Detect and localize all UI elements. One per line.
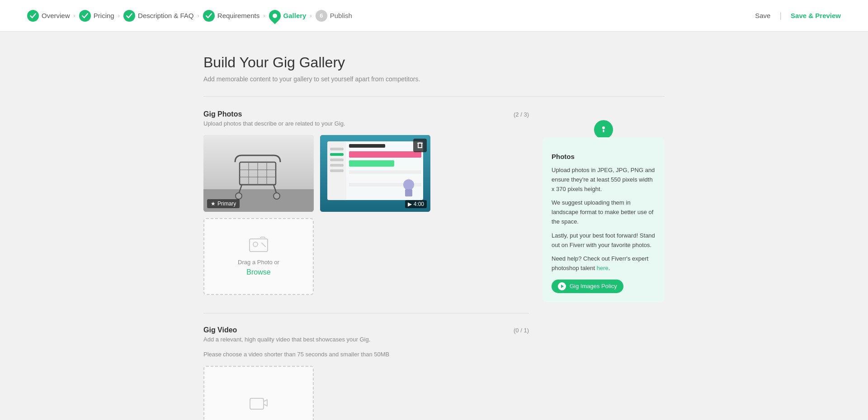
drop-zone-icon — [249, 237, 268, 256]
step-requirements-icon — [203, 10, 215, 22]
svg-rect-20 — [330, 169, 344, 172]
svg-rect-16 — [330, 148, 344, 150]
step-requirements-label: Requirements — [217, 12, 259, 19]
nav-divider: | — [779, 11, 782, 20]
step-gallery-icon — [266, 7, 283, 24]
policy-label: Gig Images Policy — [570, 283, 617, 289]
step-pricing[interactable]: Pricing — [79, 10, 114, 22]
star-icon: ★ — [211, 201, 216, 207]
step-pricing-label: Pricing — [94, 12, 114, 19]
step-publish[interactable]: 6 Publish — [316, 10, 352, 22]
page-subtitle: Add memorable content to your gallery to… — [203, 75, 665, 83]
step-overview-icon — [27, 10, 39, 22]
video-duration-text: 4:00 — [414, 201, 424, 207]
gig-photos-desc: Upload photos that describe or are relat… — [203, 120, 529, 127]
svg-rect-37 — [603, 130, 604, 132]
video-duration-badge: ▶ 4:00 — [405, 200, 427, 208]
primary-badge: ★ Primary — [207, 199, 240, 208]
gig-images-policy-button[interactable]: Gig Images Policy — [552, 280, 623, 293]
step-description[interactable]: Description & FAQ — [123, 10, 193, 22]
tip-box: Photos Upload photos in JPEG, JPG, PNG a… — [542, 137, 665, 302]
tip-p2: We suggest uploading them in landscape f… — [552, 198, 656, 226]
step-publish-icon: 6 — [316, 10, 327, 22]
tip-p4-after: . — [609, 265, 610, 271]
section-divider-video — [203, 313, 529, 313]
step-description-icon — [123, 10, 135, 22]
video-upload-grid — [203, 366, 529, 420]
step-gallery-label: Gallery — [283, 12, 307, 19]
photo-drop-zone[interactable]: Drag a Photo or Browse — [203, 218, 314, 295]
arrow-5: › — [310, 12, 311, 19]
tip-here-link[interactable]: here — [597, 265, 609, 271]
gig-photos-count: (2 / 3) — [514, 111, 529, 118]
video-drop-zone[interactable] — [203, 366, 314, 420]
tip-icon-circle — [594, 120, 613, 139]
svg-rect-32 — [250, 239, 268, 252]
video-drop-icon — [250, 395, 268, 414]
drop-zone-text: Drag a Photo or — [238, 259, 279, 266]
save-preview-button[interactable]: Save & Preview — [791, 12, 841, 19]
browse-link[interactable]: Browse — [246, 268, 270, 276]
content-column: Gig Photos (2 / 3) Upload photos that de… — [203, 110, 529, 420]
svg-point-36 — [602, 126, 605, 129]
gig-photos-title: Gig Photos — [203, 110, 242, 118]
layout: Gig Photos (2 / 3) Upload photos that de… — [203, 110, 665, 420]
gig-video-header: Gig Video (0 / 1) — [203, 326, 529, 334]
svg-rect-35 — [250, 398, 264, 409]
photo-item-1[interactable]: ★ Primary — [203, 135, 314, 212]
svg-rect-28 — [405, 189, 412, 196]
gig-video-desc: Add a relevant, high quality video that … — [203, 336, 529, 343]
step-pricing-icon — [79, 10, 91, 22]
svg-rect-21 — [349, 144, 385, 148]
svg-rect-18 — [330, 159, 344, 161]
gig-video-count: (0 / 1) — [514, 327, 529, 334]
sidebar-column: Photos Upload photos in JPEG, JPG, PNG a… — [542, 110, 665, 420]
tip-p4: Need help? Check out Fiverr's expert pho… — [552, 254, 656, 273]
svg-rect-17 — [330, 153, 344, 156]
arrow-1: › — [74, 12, 75, 19]
svg-point-7 — [274, 193, 280, 199]
save-button[interactable]: Save — [755, 12, 770, 19]
tip-p3: Lastly, put your best foot forward! Stan… — [552, 231, 656, 250]
svg-point-33 — [253, 242, 258, 247]
svg-point-6 — [236, 193, 242, 199]
primary-label: Primary — [217, 201, 236, 207]
svg-rect-22 — [349, 151, 421, 158]
step-overview-label: Overview — [42, 12, 70, 19]
tip-box-title: Photos — [552, 153, 656, 160]
policy-play-icon — [558, 282, 566, 290]
arrow-4: › — [263, 12, 265, 19]
main-content: Build Your Gig Gallery Add memorable con… — [185, 32, 683, 420]
step-requirements[interactable]: Requirements — [203, 10, 259, 22]
step-overview[interactable]: Overview — [27, 10, 70, 22]
photo-item-2[interactable]: ▶ 4:00 — [320, 135, 430, 212]
svg-rect-23 — [349, 160, 394, 167]
tip-p1: Upload photos in JPEG, JPG, PNG and ensu… — [552, 166, 656, 194]
play-icon: ▶ — [408, 201, 412, 207]
steps-nav: Overview › Pricing › Description & FAQ ›… — [27, 10, 352, 22]
gig-photos-header: Gig Photos (2 / 3) — [203, 110, 529, 118]
svg-rect-19 — [330, 164, 344, 167]
step-gallery[interactable]: Gallery — [269, 10, 307, 22]
arrow-2: › — [118, 12, 120, 19]
step-description-label: Description & FAQ — [138, 12, 193, 19]
gig-video-section: Gig Video (0 / 1) Add a relevant, high q… — [203, 326, 529, 420]
arrow-3: › — [197, 12, 199, 19]
page-title: Build Your Gig Gallery — [203, 54, 665, 71]
svg-rect-24 — [349, 170, 421, 174]
gig-video-title: Gig Video — [203, 326, 237, 334]
nav-actions: Save | Save & Preview — [755, 11, 841, 20]
section-divider-top — [203, 96, 665, 97]
delete-photo-2-button[interactable] — [413, 139, 427, 152]
step-publish-label: Publish — [330, 12, 352, 19]
photo-grid: ★ Primary — [203, 135, 529, 295]
gig-photos-section: Gig Photos (2 / 3) Upload photos that de… — [203, 110, 529, 295]
gig-video-note: Please choose a video shorter than 75 se… — [203, 351, 529, 358]
svg-point-27 — [403, 179, 414, 190]
top-nav: Overview › Pricing › Description & FAQ ›… — [0, 0, 868, 32]
